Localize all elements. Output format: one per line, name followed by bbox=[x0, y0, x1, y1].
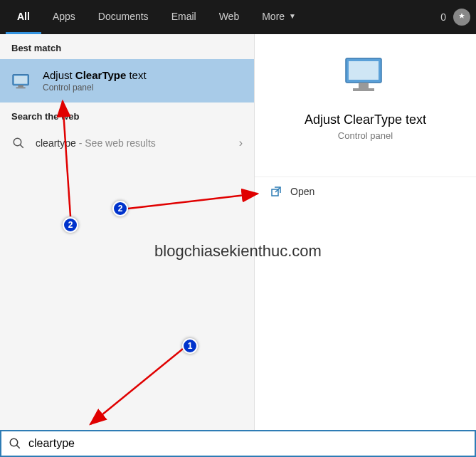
tab-label: Documents bbox=[98, 11, 149, 22]
open-label: Open bbox=[290, 186, 314, 197]
svg-rect-2 bbox=[18, 85, 23, 87]
web-search-result[interactable]: cleartype - See web results › bbox=[0, 127, 254, 159]
svg-line-5 bbox=[20, 145, 23, 148]
result-title: Adjust ClearType text bbox=[43, 69, 147, 81]
feedback-count: 0 bbox=[440, 11, 446, 23]
svg-rect-7 bbox=[349, 61, 379, 80]
scope-tab-apps[interactable]: Apps bbox=[41, 0, 87, 34]
svg-line-17 bbox=[16, 445, 20, 448]
svg-rect-8 bbox=[359, 83, 369, 88]
annotation-badge-2a: 2 bbox=[112, 201, 128, 216]
annotation-badge-2b: 2 bbox=[63, 217, 78, 233]
tab-label: Email bbox=[171, 11, 196, 22]
preview-large-icon bbox=[337, 56, 394, 98]
chevron-down-icon: ▼ bbox=[289, 12, 296, 20]
search-icon bbox=[11, 136, 26, 150]
svg-point-4 bbox=[14, 138, 21, 146]
web-result-text: cleartype - See web results bbox=[36, 137, 229, 149]
chevron-right-icon: › bbox=[239, 137, 243, 149]
svg-rect-1 bbox=[14, 75, 28, 83]
preview-pane: Adjust ClearType text Control panel Open bbox=[255, 34, 476, 430]
svg-rect-9 bbox=[353, 88, 374, 91]
open-icon bbox=[270, 186, 282, 197]
scope-tab-documents[interactable]: Documents bbox=[87, 0, 160, 34]
tab-label: Web bbox=[219, 11, 240, 22]
preview-subtitle: Control panel bbox=[338, 130, 393, 141]
result-subtitle: Control panel bbox=[43, 83, 147, 93]
scope-tab-more[interactable]: More ▼ bbox=[250, 0, 307, 34]
search-web-header: Search the web bbox=[0, 103, 254, 127]
tab-label: All bbox=[17, 11, 30, 22]
scope-tab-web[interactable]: Web bbox=[208, 0, 251, 34]
open-action[interactable]: Open bbox=[255, 177, 476, 206]
tab-label: Apps bbox=[53, 11, 75, 22]
rewards-icon[interactable] bbox=[453, 9, 470, 26]
scope-tab-email[interactable]: Email bbox=[160, 0, 208, 34]
results-left-pane: Best match Adjust ClearType text Control… bbox=[0, 34, 255, 430]
control-panel-icon bbox=[11, 70, 33, 92]
best-match-result[interactable]: Adjust ClearType text Control panel bbox=[0, 59, 254, 103]
tab-label: More bbox=[262, 11, 285, 22]
search-scope-tabs: All Apps Documents Email Web More ▼ 0 bbox=[0, 0, 476, 34]
svg-point-16 bbox=[10, 438, 18, 446]
search-input[interactable] bbox=[28, 437, 467, 450]
search-icon bbox=[9, 437, 21, 450]
best-match-header: Best match bbox=[0, 34, 254, 59]
svg-rect-3 bbox=[16, 87, 26, 88]
annotation-badge-1: 1 bbox=[182, 338, 198, 354]
preview-title: Adjust ClearType text bbox=[305, 112, 426, 127]
search-input-bar bbox=[0, 430, 476, 457]
preview-actions: Open bbox=[255, 177, 476, 206]
scope-tab-all[interactable]: All bbox=[6, 0, 41, 34]
